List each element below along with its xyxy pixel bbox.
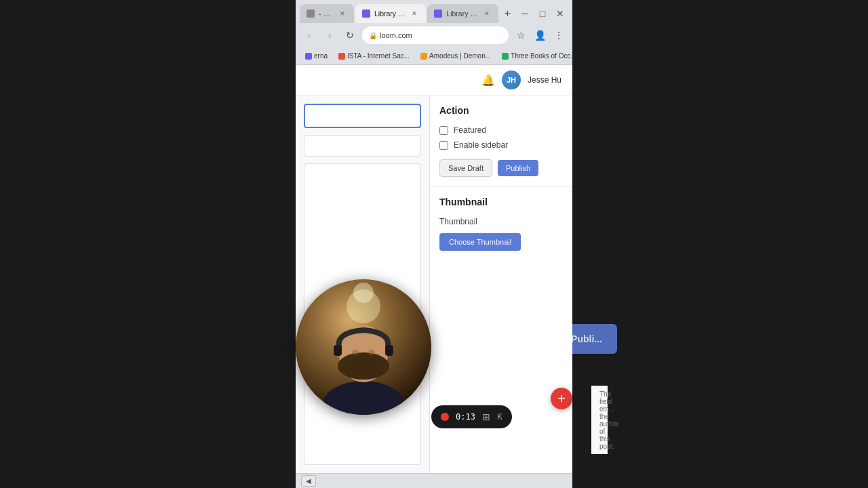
tab-1-favicon	[307, 9, 315, 18]
bookmark-1-icon	[305, 53, 312, 60]
browser-status-bar: ◀	[296, 473, 572, 488]
enable-sidebar-label: Enable sidebar	[454, 140, 508, 150]
plus-button[interactable]: +	[551, 388, 572, 409]
thumbnail-label: Thumbnail	[439, 217, 563, 226]
bookmark-3[interactable]: Amodeus | Demon...	[416, 51, 495, 61]
tab-3-favicon	[434, 9, 442, 18]
enable-sidebar-row: Enable sidebar	[439, 140, 563, 150]
tab-1-label: - 400	[319, 9, 334, 18]
bookmark-1-label: erna	[314, 52, 328, 60]
enable-sidebar-checkbox[interactable]	[439, 141, 448, 150]
post-slug-input[interactable]	[304, 135, 421, 157]
tab-2-close[interactable]: ✕	[410, 9, 419, 18]
address-bar[interactable]: 🔒 loom.com	[362, 26, 509, 44]
forward-button[interactable]: ›	[321, 27, 338, 43]
svg-point-10	[353, 283, 374, 303]
left-overlay	[0, 0, 296, 488]
bell-icon[interactable]: 🔔	[481, 74, 495, 87]
nav-icons: ☆ 👤 ⋮	[513, 27, 567, 43]
save-draft-button[interactable]: Save Draft	[439, 159, 492, 177]
post-title-input[interactable]	[304, 104, 421, 128]
recording-timer: 0:13	[456, 412, 475, 422]
bookmark-3-icon	[420, 53, 427, 60]
settings-icon[interactable]: ⋮	[551, 27, 567, 43]
profile-icon[interactable]: 👤	[532, 27, 548, 43]
close-window-button[interactable]: ✕	[552, 5, 568, 22]
bookmark-2-icon	[338, 53, 345, 60]
featured-label: Featured	[454, 125, 486, 135]
recording-dot	[441, 413, 449, 421]
choose-thumbnail-button[interactable]: Choose Thumbnail	[439, 233, 521, 251]
more-options[interactable]: K	[497, 412, 502, 422]
bookmark-4-icon	[502, 53, 509, 60]
svg-rect-4	[334, 345, 342, 356]
bookmark-1[interactable]: erna	[301, 51, 332, 61]
recording-bar: 0:13 ⊞ K	[431, 405, 512, 428]
page-header: 🔔 JH Jesse Hu	[296, 65, 572, 96]
thumbnail-section: Thumbnail Thumbnail Choose Thumbnail	[430, 187, 572, 260]
tab-2-label: Library | Loom	[374, 9, 406, 18]
webcam-person-svg	[296, 279, 431, 415]
bookmark-2-label: ISTA - Internet Sac...	[347, 52, 410, 60]
status-nav-button[interactable]: ◀	[301, 475, 316, 487]
lock-icon: 🔒	[369, 32, 377, 39]
tab-3-label: Library | Loom	[446, 9, 477, 18]
tabs-bar: - 400 ✕ Library | Loom ✕ Library | Loom …	[296, 0, 572, 23]
action-section-title: Action	[439, 105, 563, 116]
action-buttons: Save Draft Publish	[439, 159, 563, 177]
svg-rect-5	[385, 345, 393, 356]
nav-bar: ‹ › ↻ 🔒 loom.com ☆ 👤 ⋮	[296, 23, 572, 47]
tab-3[interactable]: Library | Loom ✕	[427, 4, 498, 23]
svg-point-7	[368, 350, 375, 355]
svg-point-8	[344, 358, 382, 380]
address-text: loom.com	[380, 31, 412, 39]
tab-2-favicon	[362, 9, 370, 18]
thumbnail-section-title: Thumbnail	[439, 197, 563, 207]
featured-checkbox[interactable]	[439, 126, 448, 135]
featured-row: Featured	[439, 125, 563, 135]
bookmark-icon[interactable]: ☆	[513, 27, 529, 43]
tab-1[interactable]: - 400 ✕	[300, 4, 354, 23]
browser-chrome: - 400 ✕ Library | Loom ✕ Library | Loom …	[296, 0, 572, 65]
webcam-circle	[296, 279, 431, 415]
add-tab-button[interactable]: +	[501, 5, 514, 22]
bookmark-4[interactable]: Three Books of Occ...	[498, 51, 572, 61]
bookmark-3-label: Amodeus | Demon...	[429, 52, 491, 60]
back-button[interactable]: ‹	[301, 27, 317, 43]
webcam-overlay	[296, 279, 445, 428]
tab-1-close[interactable]: ✕	[338, 9, 347, 18]
bookmarks-bar: erna ISTA - Internet Sac... Amodeus | De…	[296, 47, 572, 65]
bookmark-4-label: Three Books of Occ...	[511, 52, 572, 60]
action-section: Action Featured Enable sidebar Save Draf…	[430, 96, 572, 187]
tab-3-close[interactable]: ✕	[482, 9, 492, 18]
bookmark-2[interactable]: ISTA - Internet Sac...	[334, 51, 414, 61]
username: Jesse Hu	[528, 75, 561, 85]
publish-button[interactable]: Publish	[498, 160, 538, 176]
svg-point-6	[352, 350, 359, 355]
right-overlay	[572, 0, 868, 488]
minimize-button[interactable]: ─	[517, 5, 533, 22]
tab-2[interactable]: Library | Loom ✕	[355, 4, 426, 23]
maximize-button[interactable]: □	[534, 5, 551, 22]
refresh-button[interactable]: ↻	[342, 27, 358, 43]
grid-icon[interactable]: ⊞	[482, 411, 490, 422]
avatar: JH	[502, 70, 521, 89]
